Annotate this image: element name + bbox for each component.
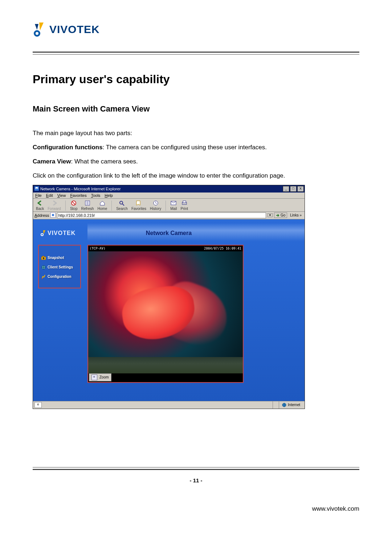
toolbar-separator — [111, 200, 112, 211]
toolbar-stop-label: Stop — [70, 207, 78, 211]
menu-view[interactable]: View — [57, 193, 66, 198]
video-frame: (TCP-AV) 2004/07/25 16:09:41 Zoom — [87, 245, 244, 383]
toolbar-print-button[interactable]: Print — [180, 200, 188, 211]
toolbar-favorites-button[interactable]: Favorites — [131, 200, 146, 211]
svg-line-7 — [122, 204, 124, 206]
sidebar-client-settings-label: Client Settings — [48, 265, 73, 269]
ie-icon — [34, 186, 39, 191]
status-zone: Internet — [279, 401, 303, 409]
menu-tools[interactable]: Tools — [91, 193, 101, 198]
toolbar-separator — [166, 200, 166, 211]
menu-edit[interactable]: Edit — [46, 193, 53, 198]
toolbar-forward-label: Forward — [48, 207, 61, 211]
browser-menubar: File Edit View Favorites Tools Help — [33, 193, 305, 199]
status-page-icon: e — [34, 402, 42, 408]
svg-point-1 — [36, 32, 38, 35]
label-camera-view: Camera View — [33, 158, 71, 165]
video-image — [88, 251, 243, 373]
svg-rect-18 — [42, 256, 44, 257]
address-dropdown-icon[interactable]: ▼ — [268, 213, 273, 217]
go-label: Go — [281, 213, 285, 217]
footer-rule — [33, 467, 359, 470]
video-protocol-label: (TCP-AV) — [90, 247, 105, 250]
label-config-functions: Configuration functions — [33, 144, 103, 151]
browser-statusbar: e Internet — [33, 401, 305, 409]
svg-point-15 — [41, 234, 43, 235]
page-heading-2: Main Screen with Camera View — [33, 104, 359, 114]
zoom-in-icon[interactable] — [91, 374, 97, 380]
video-timestamp: 2004/07/25 16:09:41 — [204, 247, 241, 250]
svg-point-17 — [43, 257, 45, 259]
links-label[interactable]: Links » — [289, 213, 303, 217]
video-info-bar: (TCP-AV) 2004/07/25 16:09:41 — [88, 246, 243, 251]
browser-screenshot: Network Camera - Microsoft Internet Expl… — [33, 185, 305, 409]
toolbar-refresh-button[interactable]: Refresh — [81, 200, 94, 211]
toolbar-stop-button[interactable]: Stop — [70, 200, 78, 211]
sidebar-snapshot-label: Snapshot — [48, 256, 64, 260]
toolbar-separator — [65, 200, 66, 211]
toolbar-history-label: History — [150, 207, 161, 211]
text-config-functions: : The camera can be configured using the… — [103, 144, 267, 151]
toolbar-mail-button[interactable]: Mail — [170, 200, 177, 211]
status-cell-empty — [273, 401, 279, 409]
address-bar: Address ▼ Go Links » — [33, 212, 305, 219]
paragraph-intro: The main page layout has two parts: — [33, 128, 359, 139]
address-label: Address — [34, 213, 49, 218]
zoom-label: Zoom — [99, 375, 109, 379]
window-minimize-button[interactable]: _ — [283, 186, 289, 192]
footer-url: www.vivotek.com — [33, 505, 359, 513]
logo-mark-icon — [33, 22, 46, 37]
toolbar-search-label: Search — [116, 207, 128, 211]
page-content: VIVOTEK Network Camera Snapshot Client S… — [33, 219, 305, 401]
svg-point-6 — [120, 201, 123, 204]
svg-point-13 — [52, 214, 54, 216]
go-button[interactable]: Go — [274, 212, 287, 218]
header-rule — [33, 52, 359, 54]
camera-page-logo: VIVOTEK — [40, 230, 75, 236]
window-titlebar: Network Camera - Microsoft Internet Expl… — [33, 185, 305, 193]
window-close-button[interactable]: X — [297, 186, 304, 192]
browser-toolbar: Back Forward Stop Refresh Home — [33, 199, 305, 212]
page-number: - 11 - — [33, 477, 359, 483]
page-icon — [50, 212, 56, 218]
toolbar-mail-label: Mail — [170, 207, 177, 211]
menu-file[interactable]: File — [35, 193, 42, 198]
toolbar-favorites-label: Favorites — [131, 207, 146, 211]
window-title: Network Camera - Microsoft Internet Expl… — [40, 187, 121, 191]
toolbar-back-button[interactable]: Back — [36, 200, 44, 211]
camera-page-brand: VIVOTEK — [48, 230, 75, 236]
paragraph-config: Configuration functions: The camera can … — [33, 142, 359, 153]
text-camera-view: : What the camera sees. — [71, 158, 138, 165]
sidebar-configuration-label: Configuration — [48, 275, 72, 279]
sidebar-panel: Snapshot Client Settings Configuration — [38, 245, 81, 288]
toolbar-print-label: Print — [180, 207, 188, 211]
sidebar-link-client-settings[interactable]: Client Settings — [41, 265, 78, 270]
toolbar-search-button[interactable]: Search — [116, 200, 128, 211]
paragraph-camera-view: Camera View: What the camera sees. — [33, 157, 359, 167]
menu-favorites[interactable]: Favorites — [70, 193, 86, 198]
menu-help[interactable]: Help — [105, 193, 113, 198]
toolbar-history-button[interactable]: History — [150, 200, 161, 211]
paragraph-instruction: Click on the configuration link to the l… — [33, 171, 359, 181]
toolbar-forward-button[interactable]: Forward — [48, 200, 61, 211]
sidebar-link-configuration[interactable]: Configuration — [41, 275, 78, 279]
toolbar-refresh-label: Refresh — [81, 207, 94, 211]
status-zone-label: Internet — [288, 403, 300, 407]
camera-page-title: Network Camera — [146, 230, 192, 236]
window-maximize-button[interactable]: □ — [290, 186, 297, 192]
svg-rect-11 — [183, 201, 186, 203]
internet-icon — [282, 403, 286, 407]
brand-name: VIVOTEK — [49, 23, 100, 36]
toolbar-home-label: Home — [98, 207, 107, 211]
address-input[interactable] — [57, 212, 266, 218]
page-heading-1: Primary user's capability — [33, 73, 359, 86]
toolbar-home-button[interactable]: Home — [98, 200, 107, 211]
sidebar-link-snapshot[interactable]: Snapshot — [41, 256, 78, 260]
toolbar-back-label: Back — [36, 207, 44, 211]
zoom-control[interactable]: Zoom — [89, 373, 111, 381]
brand-logo: VIVOTEK — [33, 22, 359, 37]
